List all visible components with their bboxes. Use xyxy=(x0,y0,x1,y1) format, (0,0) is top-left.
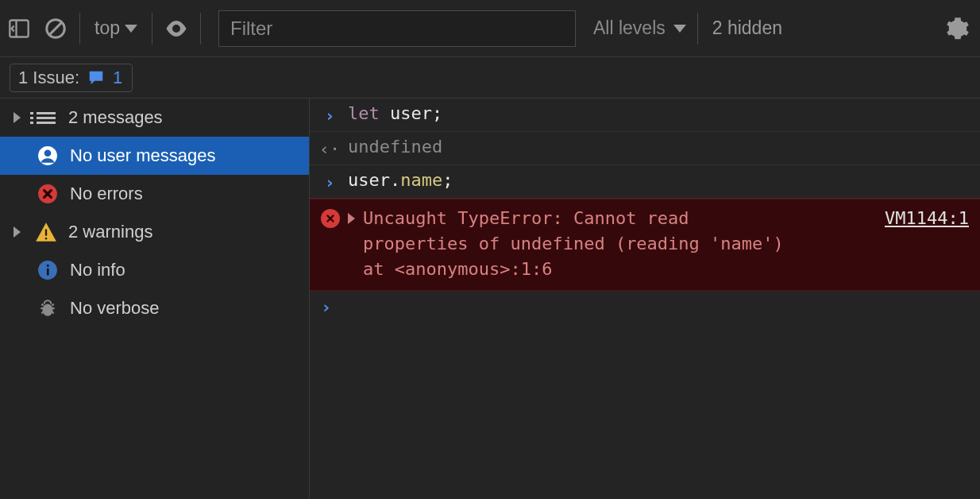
sidebar-item-label: No verbose xyxy=(70,298,160,319)
input-chevron-icon: › xyxy=(321,297,331,317)
issues-label: 1 Issue: xyxy=(18,68,79,88)
svg-line-16 xyxy=(41,311,43,313)
sidebar-item-label: 2 warnings xyxy=(68,222,152,242)
input-chevron-icon: › xyxy=(324,172,334,192)
error-source-link[interactable]: VM1144:1 xyxy=(885,206,969,231)
code-text: let user; xyxy=(348,103,442,123)
issues-bar: 1 Issue: 1 xyxy=(0,57,980,99)
filter-input[interactable]: Filter xyxy=(218,10,576,47)
filter-placeholder: Filter xyxy=(230,17,272,40)
svg-rect-12 xyxy=(47,265,49,267)
chevron-down-icon xyxy=(125,25,137,33)
console-output: › let user; ‹· undefined › user.name; Un… xyxy=(310,99,980,499)
issue-bubble-icon xyxy=(87,69,105,87)
console-error-block[interactable]: Uncaught TypeError: Cannot read VM1144:1… xyxy=(310,199,980,291)
chevron-down-icon xyxy=(673,25,686,33)
settings-icon[interactable] xyxy=(945,16,970,41)
toggle-sidebar-icon[interactable] xyxy=(6,16,32,41)
result-text: undefined xyxy=(348,137,442,157)
error-icon xyxy=(321,209,340,228)
separator xyxy=(697,13,698,44)
sidebar-item-label: No info xyxy=(70,260,125,280)
svg-line-18 xyxy=(41,304,43,306)
message-filter-sidebar: 2 messages No user messages No errors 2 … xyxy=(0,99,310,499)
console-toolbar: top Filter All levels 2 hidden xyxy=(0,0,980,57)
warning-icon xyxy=(35,221,57,243)
console-input-line: › let user; xyxy=(310,99,980,132)
bug-icon xyxy=(37,297,59,319)
caret-right-icon xyxy=(348,213,355,224)
code-text: user.name; xyxy=(348,170,453,190)
svg-rect-11 xyxy=(47,269,49,276)
info-icon xyxy=(37,259,59,281)
sidebar-item-errors[interactable]: No errors xyxy=(0,175,309,213)
svg-rect-8 xyxy=(45,230,47,236)
live-expression-icon[interactable] xyxy=(164,16,189,41)
console-prompt[interactable]: › xyxy=(310,291,980,323)
console-result-line: ‹· undefined xyxy=(310,132,980,165)
context-selector[interactable]: top xyxy=(91,17,141,39)
separator xyxy=(200,13,201,44)
svg-rect-9 xyxy=(45,238,47,239)
levels-label: All levels xyxy=(593,17,666,39)
svg-point-6 xyxy=(44,149,52,157)
sidebar-item-label: No errors xyxy=(70,184,143,204)
issues-pill[interactable]: 1 Issue: 1 xyxy=(10,64,133,92)
clear-console-icon[interactable] xyxy=(43,16,68,41)
sidebar-item-info[interactable]: No info xyxy=(0,251,309,289)
input-chevron-icon: › xyxy=(324,106,334,126)
output-chevron-icon: ‹· xyxy=(319,139,341,159)
error-icon xyxy=(37,183,59,205)
svg-line-19 xyxy=(52,304,53,306)
svg-point-4 xyxy=(174,26,179,31)
sidebar-item-label: No user messages xyxy=(70,145,215,166)
list-icon xyxy=(35,106,57,129)
sidebar-item-verbose[interactable]: No verbose xyxy=(0,289,309,327)
user-icon xyxy=(37,145,59,167)
log-levels-selector[interactable]: All levels xyxy=(593,17,686,39)
sidebar-item-messages[interactable]: 2 messages xyxy=(0,99,309,137)
sidebar-item-user-messages[interactable]: No user messages xyxy=(0,137,309,175)
context-label: top xyxy=(95,17,120,39)
caret-right-icon xyxy=(14,226,21,238)
svg-line-17 xyxy=(52,311,53,313)
sidebar-item-warnings[interactable]: 2 warnings xyxy=(0,213,309,251)
sidebar-item-label: 2 messages xyxy=(68,107,163,128)
error-message: Uncaught TypeError: Cannot read VM1144:1… xyxy=(363,206,969,282)
console-input-line: › user.name; xyxy=(310,165,980,199)
separator xyxy=(79,13,80,44)
hidden-messages-count[interactable]: 2 hidden xyxy=(712,17,782,39)
issues-count: 1 xyxy=(113,68,122,88)
separator xyxy=(152,13,152,44)
caret-right-icon xyxy=(14,112,21,123)
svg-point-13 xyxy=(43,304,53,316)
svg-line-3 xyxy=(49,21,62,34)
